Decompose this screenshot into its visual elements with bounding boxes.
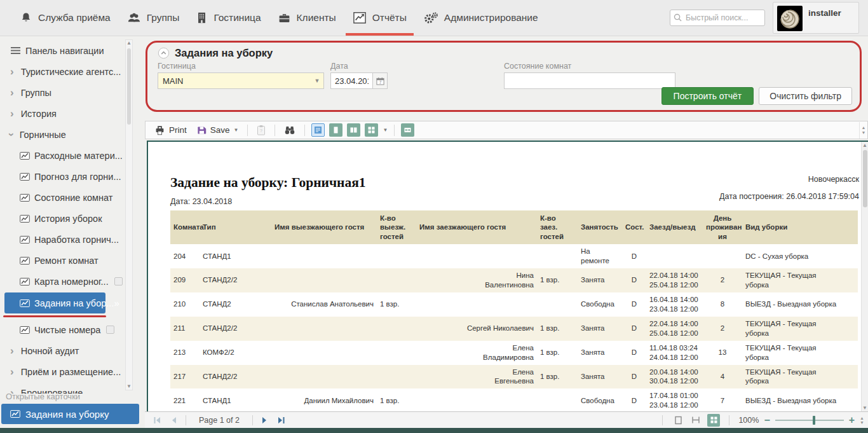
room-state-label: Состояние комнат <box>504 62 675 71</box>
viewer-scrollbar[interactable]: ▲ ▼ <box>861 142 868 411</box>
table-cell <box>377 317 416 341</box>
open-card-tasks-button[interactable]: Задания на уборку <box>1 404 139 424</box>
clipboard-button[interactable]: ? <box>254 123 268 137</box>
table-cell <box>537 244 578 268</box>
view-two-pages-button[interactable] <box>347 123 360 137</box>
scrollbar-thumb[interactable] <box>863 150 867 207</box>
first-page-button[interactable] <box>149 414 165 427</box>
nav-reports[interactable]: Отчёты <box>344 0 415 36</box>
find-button[interactable] <box>281 124 298 136</box>
nav-hotel[interactable]: Гостиница <box>187 0 269 36</box>
zoom-slider[interactable] <box>775 416 844 425</box>
table-row: 217СТАНД2/2Елена Евгеньевна1 взр.ЗанятаD… <box>170 365 858 389</box>
status-scroll-spinner[interactable]: ▲▼ <box>860 416 864 425</box>
sidebar-item[interactable]: Ремонт комнат <box>0 250 125 271</box>
print-button[interactable]: Print <box>152 124 189 137</box>
table-cell <box>537 388 578 411</box>
sidebar-item[interactable]: ›Горничные <box>0 124 125 145</box>
prev-page-icon <box>170 416 177 424</box>
last-page-button[interactable] <box>273 414 290 427</box>
room-state-input[interactable] <box>504 72 675 89</box>
fit-width-button[interactable] <box>401 123 414 137</box>
sidebar-item[interactable]: Состояние комнат <box>0 187 125 208</box>
combo-arrow-icon[interactable]: ▼ <box>311 73 323 88</box>
sidebar-item[interactable]: ›Группы <box>0 82 125 103</box>
sidebar-item[interactable]: Прогноз для горни... <box>0 166 125 187</box>
scroll-up-icon[interactable]: ▲ <box>862 142 868 149</box>
zoom-page-button[interactable] <box>672 414 684 427</box>
scrollbar-thumb[interactable] <box>127 48 131 125</box>
toolbar-separator <box>247 125 248 136</box>
hotel-label: Гостиница <box>158 62 330 71</box>
scroll-down-icon[interactable]: ▼ <box>862 404 868 411</box>
column-header: День проживан ия <box>703 210 742 244</box>
table-cell: D <box>622 292 646 317</box>
next-page-button[interactable] <box>257 414 273 427</box>
sidebar: Панель навигации›Туристические агентс...… <box>0 36 143 428</box>
close-badge-icon[interactable] <box>114 277 123 285</box>
status-separator <box>252 415 253 425</box>
user-menu[interactable]: installer <box>773 2 859 34</box>
view-single-page-button[interactable] <box>329 123 342 137</box>
sidebar-item-label: Расходные матери... <box>34 151 123 161</box>
sidebar-item-label: Чистые номера <box>34 325 100 335</box>
toolbar-scroll-spinner[interactable]: ▲▼ <box>859 122 867 139</box>
table-cell <box>271 268 377 292</box>
nav-clients[interactable]: Клиенты <box>269 0 344 36</box>
table-cell: D <box>622 388 646 411</box>
sidebar-item[interactable]: ›Приём и размещение... <box>0 361 125 382</box>
menu-icon <box>10 46 21 55</box>
scroll-up-icon[interactable]: ▲ <box>126 40 132 46</box>
table-cell: 22.04.18 14:00 25.04.18 12:00 <box>646 268 703 292</box>
sidebar-item[interactable]: Карта номерног... <box>0 271 125 292</box>
zoom-in-button[interactable]: + <box>849 415 855 425</box>
table-cell: 209 <box>170 268 200 292</box>
prev-page-button[interactable] <box>165 414 182 427</box>
zoom-out-button[interactable]: − <box>764 415 770 425</box>
view-multi-page-button[interactable] <box>365 123 378 137</box>
save-button[interactable]: Save ▼ <box>194 124 241 137</box>
table-cell: СТАНД2/2 <box>200 365 271 389</box>
column-header: Тип <box>200 210 271 244</box>
build-report-button[interactable]: Построить отчёт <box>661 87 754 105</box>
report-chart-icon <box>20 299 30 308</box>
report-built-date: Дата построения: 26.04.2018 17:59:04 <box>719 192 859 201</box>
search-input[interactable] <box>670 10 765 26</box>
sidebar-item[interactable]: История уборок <box>0 208 125 229</box>
hotel-input[interactable] <box>158 72 324 89</box>
sidebar-item[interactable]: ›Туристические агентс... <box>0 61 125 82</box>
sidebar-item[interactable]: Расходные матери... <box>0 145 125 166</box>
sidebar-item[interactable]: Задания на убор...» <box>4 292 105 313</box>
nav-admin[interactable]: Администрирование <box>415 0 546 36</box>
zoom-grid-button[interactable] <box>707 414 720 427</box>
view-continuous-button[interactable] <box>311 123 325 137</box>
table-cell: 11.04.18 03:24 24.04.18 12:00 <box>646 341 703 365</box>
zoom-fit-height-button[interactable] <box>689 414 702 427</box>
clear-filter-button[interactable]: Очистить фильтр <box>759 87 852 105</box>
sidebar-item[interactable]: ›Ночной аудит <box>0 340 125 361</box>
sidebar-item[interactable]: Наработка горнич... <box>0 229 125 250</box>
sidebar-scrollbar[interactable]: ▲ ▼ <box>125 39 133 390</box>
report-title: Задание на уборку: Горничная1 <box>170 175 366 191</box>
nav-groups[interactable]: Группы <box>119 0 188 36</box>
calendar-icon[interactable]: 7 <box>372 72 388 89</box>
nav-reception[interactable]: Служба приёма <box>11 0 119 36</box>
close-badge-icon[interactable] <box>106 326 114 334</box>
chevron-down-icon[interactable]: ▼ <box>383 127 388 133</box>
quick-search <box>670 10 765 26</box>
pages-view-icon <box>349 126 358 134</box>
hotel-combobox[interactable]: ▼ <box>158 72 324 89</box>
sidebar-item[interactable]: Чистые номера <box>0 319 125 340</box>
table-cell: 2 <box>703 317 742 341</box>
status-separator <box>186 415 186 425</box>
collapse-icon[interactable] <box>158 47 170 59</box>
toolbar-separator <box>394 125 395 136</box>
sidebar-item[interactable]: Панель навигации <box>0 40 125 61</box>
top-nav: Служба приёма Группы Гостиница Клиенты О… <box>0 0 868 36</box>
table-cell: 1 взр. <box>377 292 416 317</box>
column-header: Имя заезжающего гостя <box>416 210 537 244</box>
sidebar-item[interactable]: ›История <box>0 103 125 124</box>
date-input[interactable] <box>330 72 372 89</box>
slider-thumb[interactable] <box>813 416 815 425</box>
scroll-down-icon[interactable]: ▼ <box>126 383 132 390</box>
